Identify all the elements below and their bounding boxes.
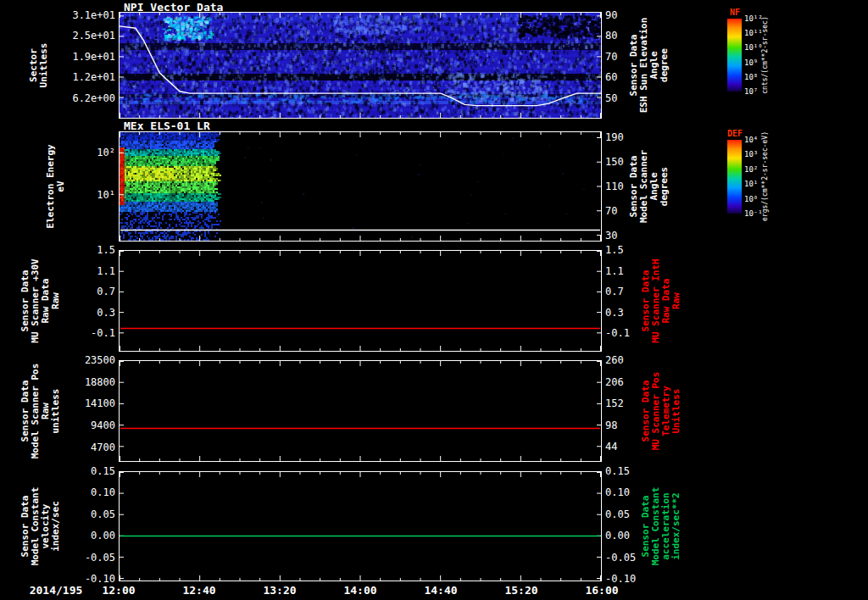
- y-tick-label-left: -0.1: [61, 327, 115, 339]
- y-tick-label-right: 80: [605, 30, 651, 42]
- def-colorbar-unit-label: ergs/(cm**2-sr-sec-eV): [761, 131, 769, 221]
- x-axis-time-label: 12:00: [92, 584, 146, 597]
- y-tick-label-right: -0.05: [605, 552, 651, 564]
- colorbar-tick-label: 10¹²: [744, 14, 775, 23]
- y-tick-label-right: 98: [605, 419, 651, 431]
- date-label: 2014/195: [15, 584, 97, 597]
- nf-colorbar-title: NF: [724, 8, 746, 17]
- y-tick-label-right: -0.1: [605, 327, 651, 339]
- colorbar-tick-label: 10¹: [744, 180, 775, 188]
- y-tick-label-right: 0.10: [605, 486, 651, 498]
- y-tick-label-left: 1.2e+01: [61, 71, 115, 83]
- y-tick-label-left: 10²: [61, 147, 115, 158]
- y-tick-label-left: 0.15: [61, 465, 115, 477]
- y-tick-label-right: 30: [605, 230, 651, 242]
- y-tick-label-left: 0.05: [61, 508, 115, 520]
- x-axis-time-label: 14:40: [414, 584, 468, 597]
- y-tick-label-left: 18800: [61, 376, 115, 388]
- y-tick-label-right: 44: [605, 441, 651, 453]
- y-tick-label-left: 1.9e+01: [61, 51, 115, 63]
- y-tick-label-left: 9400: [61, 419, 115, 431]
- model-scanner-pos-canvas: [120, 361, 601, 461]
- nf-colorbar-unit-label: cnts/(cm**2-sr-sec): [761, 16, 769, 94]
- y-tick-label-right: 260: [605, 354, 651, 366]
- panel-els-energy-spectrogram: [119, 131, 602, 242]
- colorbar-tick-label: 10⁹: [744, 58, 775, 67]
- x-axis-time-label: 12:40: [172, 584, 226, 597]
- y-tick-label-right: 0.00: [605, 530, 651, 542]
- y-tick-label-right: 0.7: [605, 286, 651, 297]
- colorbar-tick-label: 10⁻¹: [744, 209, 775, 218]
- colorbar-tick-label: 10²: [744, 165, 775, 174]
- colorbar-tick-label: 10⁸: [744, 73, 775, 81]
- y-tick-label-right: 0.05: [605, 508, 651, 520]
- x-axis-time-label: 16:00: [575, 584, 629, 597]
- npi-spectrogram-canvas: [120, 13, 601, 118]
- y-tick-label-left: 0.3: [61, 307, 115, 319]
- colorbar-tick-label: 10¹¹: [744, 29, 775, 37]
- y-tick-label-left: 3.1e+01: [61, 9, 115, 21]
- def-colorbar: [727, 140, 742, 214]
- y-tick-label-left: 1.5: [61, 244, 115, 256]
- y-tick-label-right: 206: [605, 376, 651, 388]
- y-tick-label-left: 4700: [61, 442, 115, 453]
- y-tick-label-left: 6.2e+00: [61, 92, 115, 104]
- y-tick-label-right: 70: [605, 51, 651, 63]
- y-tick-label-left: 23500: [61, 354, 115, 366]
- colorbar-tick-label: 10¹⁰: [744, 43, 775, 52]
- x-axis-time-label: 14:00: [333, 584, 387, 597]
- colorbar-tick-label: 10⁷: [744, 87, 775, 96]
- y-tick-label-left: 14100: [61, 397, 115, 409]
- nf-colorbar: [727, 19, 742, 92]
- y-tick-label-right: 90: [605, 9, 651, 21]
- def-colorbar-title: DEF: [724, 129, 746, 138]
- y-tick-label-left: 2.5e+01: [61, 30, 115, 42]
- y-tick-label-right: 60: [605, 71, 651, 83]
- colorbar-tick-label: 10⁰: [744, 195, 775, 203]
- y-tick-label-right: 1.1: [605, 265, 651, 277]
- x-axis-time-label: 13:20: [253, 584, 307, 597]
- panel4-left-axis-label: Sensor Data Model Scanner Pos Raw unitle…: [20, 364, 61, 459]
- mu-scanner-30v-canvas: [120, 251, 601, 351]
- y-tick-label-left: -0.05: [61, 552, 115, 564]
- y-tick-label-right: 110: [605, 181, 651, 192]
- els-spectrogram-canvas: [120, 132, 601, 241]
- y-tick-label-left: 0.7: [61, 286, 115, 297]
- panel-model-constant-velocity: [119, 471, 602, 581]
- panel2-title: MEx ELS-01 LR: [124, 119, 210, 132]
- colorbar-tick-label: 10⁴: [744, 136, 775, 144]
- y-tick-label-left: 1.1: [61, 265, 115, 277]
- panel1-left-axis-label: Sector Unitless: [29, 43, 49, 88]
- panel5-left-axis-label: Sensor Data Model Constant velocity inde…: [20, 487, 61, 566]
- panel-model-scanner-pos: [119, 360, 602, 462]
- x-axis-time-label: 15:20: [494, 584, 548, 597]
- y-tick-label-right: 190: [605, 131, 651, 143]
- panel3-left-axis-label: Sensor Data MU Scanner +30V Raw Data Raw: [20, 258, 61, 342]
- y-tick-label-right: 150: [605, 156, 651, 168]
- y-tick-label-left: 10¹: [61, 189, 115, 201]
- panel-mu-scanner-30v: [119, 250, 602, 352]
- colorbar-tick-label: 10³: [744, 150, 775, 158]
- y-tick-label-left: 0.10: [61, 486, 115, 498]
- y-tick-label-right: 70: [605, 205, 651, 217]
- y-tick-label-right: 0.3: [605, 307, 651, 319]
- y-tick-label-right: 152: [605, 397, 651, 409]
- y-tick-label-right: 0.15: [605, 465, 651, 477]
- model-constant-velocity-canvas: [120, 472, 601, 581]
- panel-npi-sector-spectrogram: [119, 12, 602, 119]
- y-tick-label-right: 50: [605, 92, 651, 104]
- science-plot-screen: NPI Vector Data MEx ELS-01 LR Sector Uni…: [0, 0, 868, 600]
- y-tick-label-right: 1.5: [605, 244, 651, 256]
- y-tick-label-left: 0.00: [61, 530, 115, 542]
